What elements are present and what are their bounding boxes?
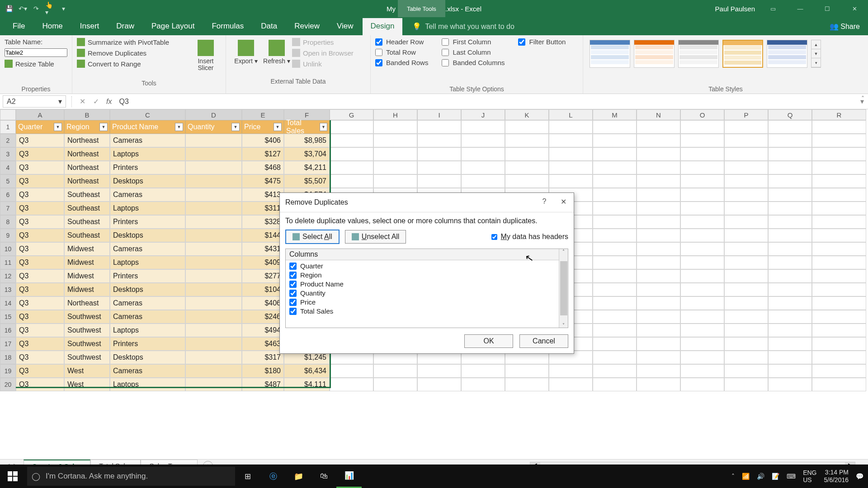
cell[interactable] xyxy=(812,215,866,229)
cell[interactable] xyxy=(417,174,461,188)
cell[interactable] xyxy=(680,310,724,324)
cell[interactable] xyxy=(185,310,242,324)
cell[interactable]: Southeast xyxy=(64,229,110,242)
table-header-cell[interactable]: Region▼ xyxy=(64,120,110,134)
cell[interactable]: Printers xyxy=(110,337,185,351)
cell[interactable] xyxy=(812,174,866,188)
cell[interactable] xyxy=(185,242,242,256)
cell[interactable] xyxy=(724,378,768,391)
cell[interactable]: Southwest xyxy=(64,310,110,324)
cell[interactable] xyxy=(768,202,812,215)
cell[interactable]: Q3 xyxy=(16,310,64,324)
col-header[interactable]: Q xyxy=(768,109,812,120)
banded-cols-check[interactable]: Banded Columns xyxy=(442,59,505,66)
col-header[interactable]: G xyxy=(330,109,373,120)
tab-insert[interactable]: Insert xyxy=(72,18,108,35)
cell[interactable] xyxy=(637,242,680,256)
insert-slicer-button[interactable]: Insert Slicer xyxy=(190,38,221,78)
share-button[interactable]: 👥 Share xyxy=(830,22,860,35)
summarize-pivot-button[interactable]: Summarize with PivotTable xyxy=(77,38,190,46)
cell[interactable]: Desktops xyxy=(110,174,185,188)
cell[interactable] xyxy=(373,120,417,134)
cell[interactable]: Midwest xyxy=(64,283,110,296)
cell[interactable]: Q3 xyxy=(16,215,64,229)
row-header[interactable]: 13 xyxy=(0,283,16,296)
excel-taskbar-icon[interactable]: 📊 xyxy=(336,465,362,488)
row-header[interactable]: 14 xyxy=(0,296,16,310)
row-header[interactable]: 9 xyxy=(0,229,16,242)
cell[interactable] xyxy=(637,324,680,337)
cell[interactable] xyxy=(812,229,866,242)
cell[interactable] xyxy=(593,324,637,337)
row-header[interactable]: 4 xyxy=(0,161,16,174)
table-name-input[interactable] xyxy=(5,48,67,57)
cell[interactable] xyxy=(417,378,461,391)
cell[interactable] xyxy=(593,269,637,283)
tab-view[interactable]: View xyxy=(329,18,362,35)
cell[interactable] xyxy=(768,242,812,256)
cell[interactable]: $3,704 xyxy=(284,147,330,161)
cell[interactable] xyxy=(637,283,680,296)
row-header[interactable]: 10 xyxy=(0,242,16,256)
cell[interactable] xyxy=(768,310,812,324)
cell[interactable]: Laptops xyxy=(110,256,185,269)
cell[interactable]: Q3 xyxy=(16,188,64,202)
cell[interactable] xyxy=(417,147,461,161)
cell[interactable]: Q3 xyxy=(16,134,64,147)
row-header[interactable]: 15 xyxy=(0,310,16,324)
gallery-scroll[interactable]: ▲▼▾ xyxy=(811,40,821,68)
cell[interactable] xyxy=(680,351,724,364)
col-header[interactable]: J xyxy=(461,109,505,120)
tab-page-layout[interactable]: Page Layout xyxy=(143,18,203,35)
cell[interactable] xyxy=(724,269,768,283)
cell[interactable] xyxy=(812,147,866,161)
last-col-check[interactable]: Last Column xyxy=(442,48,505,56)
col-header[interactable]: O xyxy=(680,109,724,120)
cell[interactable] xyxy=(637,147,680,161)
cell[interactable] xyxy=(461,134,505,147)
cell[interactable]: $406 xyxy=(242,134,284,147)
cell[interactable] xyxy=(637,310,680,324)
cell[interactable] xyxy=(637,256,680,269)
cell[interactable]: Laptops xyxy=(110,378,185,391)
cell[interactable] xyxy=(812,310,866,324)
cell[interactable] xyxy=(724,120,768,134)
cell[interactable]: $180 xyxy=(242,364,284,378)
cell[interactable]: $277 xyxy=(242,269,284,283)
cell[interactable] xyxy=(461,161,505,174)
columns-listbox[interactable]: Columns Quarter Region Product Name Quan… xyxy=(285,249,568,328)
cell[interactable] xyxy=(593,215,637,229)
cell[interactable]: Northeast xyxy=(64,161,110,174)
cell[interactable] xyxy=(185,337,242,351)
row-header[interactable]: 16 xyxy=(0,324,16,337)
ok-button[interactable]: OK xyxy=(464,334,513,348)
cell[interactable] xyxy=(637,296,680,310)
redo-icon[interactable]: ↷ xyxy=(32,4,41,13)
cell[interactable]: Cameras xyxy=(110,364,185,378)
row-header[interactable]: 2 xyxy=(0,134,16,147)
cell[interactable]: Northeast xyxy=(64,134,110,147)
refresh-button[interactable]: Refresh ▾ xyxy=(261,38,292,76)
cell[interactable] xyxy=(593,296,637,310)
filter-dropdown-icon[interactable]: ▼ xyxy=(274,123,282,131)
row-header[interactable]: 11 xyxy=(0,256,16,269)
cell[interactable]: $317 xyxy=(242,351,284,364)
cell[interactable] xyxy=(724,351,768,364)
cell[interactable]: $6,434 xyxy=(284,364,330,378)
row-header[interactable]: 20 xyxy=(0,378,16,391)
cell[interactable]: Northeast xyxy=(64,296,110,310)
cell[interactable] xyxy=(330,174,373,188)
cell[interactable] xyxy=(768,378,812,391)
cell[interactable] xyxy=(330,364,373,378)
cell[interactable] xyxy=(505,134,549,147)
select-all-button[interactable]: Select All xyxy=(285,230,340,244)
column-check[interactable]: Product Name xyxy=(289,280,564,288)
listbox-scrollbar[interactable]: ˄˅ xyxy=(559,249,568,328)
cancel-formula-icon[interactable]: ✕ xyxy=(75,97,89,106)
cell[interactable] xyxy=(185,188,242,202)
cell[interactable]: $406 xyxy=(242,296,284,310)
cell[interactable] xyxy=(680,337,724,351)
cell[interactable]: Southeast xyxy=(64,202,110,215)
clock[interactable]: 3:14 PM5/6/2016 xyxy=(824,469,849,484)
cell[interactable] xyxy=(593,120,637,134)
